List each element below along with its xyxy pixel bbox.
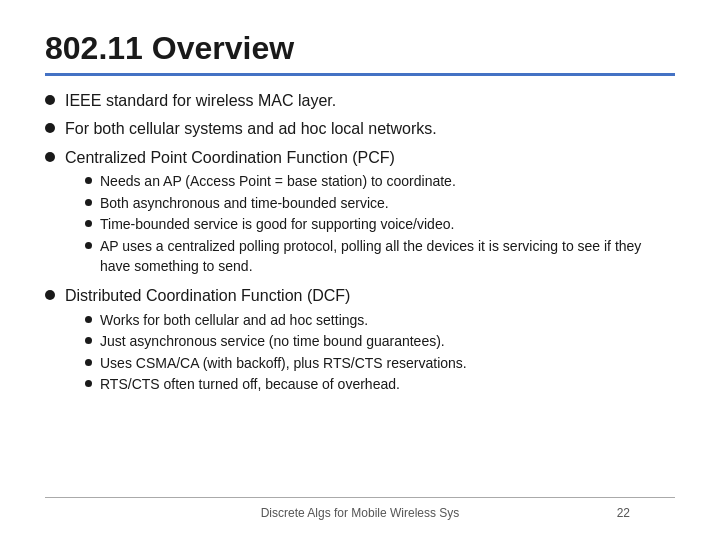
- sub-bullet-marker-icon: [85, 220, 92, 227]
- sub-bullet-3-3: Time-bounded service is good for support…: [100, 215, 454, 235]
- sub-bullet-4-2: Just asynchronous service (no time bound…: [100, 332, 445, 352]
- slide-content: IEEE standard for wireless MAC layer. Fo…: [45, 90, 675, 489]
- sub-bullet-marker-icon: [85, 359, 92, 366]
- bullet-marker-icon: [45, 95, 55, 105]
- bullet-text-1: IEEE standard for wireless MAC layer.: [65, 90, 336, 112]
- title-divider: [45, 73, 675, 76]
- list-item: Both asynchronous and time-bounded servi…: [85, 194, 675, 214]
- sub-bullet-list-3: Needs an AP (Access Point = base station…: [85, 172, 675, 276]
- list-item: Uses CSMA/CA (with backoff), plus RTS/CT…: [85, 354, 467, 374]
- bullet-text-3: Centralized Point Coordination Function …: [65, 147, 675, 169]
- list-item: Time-bounded service is good for support…: [85, 215, 675, 235]
- sub-bullet-marker-icon: [85, 316, 92, 323]
- sub-bullet-4-1: Works for both cellular and ad hoc setti…: [100, 311, 368, 331]
- list-item: For both cellular systems and ad hoc loc…: [45, 118, 675, 140]
- bullet-marker-icon: [45, 290, 55, 300]
- sub-bullet-list-4: Works for both cellular and ad hoc setti…: [85, 311, 467, 395]
- sub-bullet-3-1: Needs an AP (Access Point = base station…: [100, 172, 456, 192]
- bullet-marker-icon: [45, 123, 55, 133]
- list-item: Distributed Coordination Function (DCF) …: [45, 285, 675, 398]
- list-item: AP uses a centralized polling protocol, …: [85, 237, 675, 276]
- footer-page-number: 22: [617, 506, 630, 520]
- list-item: RTS/CTS often turned off, because of ove…: [85, 375, 467, 395]
- list-item: IEEE standard for wireless MAC layer.: [45, 90, 675, 112]
- sub-bullet-marker-icon: [85, 242, 92, 249]
- list-item: Just asynchronous service (no time bound…: [85, 332, 467, 352]
- slide-footer: Discrete Algs for Mobile Wireless Sys 22: [45, 497, 675, 520]
- sub-bullet-marker-icon: [85, 337, 92, 344]
- sub-bullet-3-4: AP uses a centralized polling protocol, …: [100, 237, 675, 276]
- sub-bullet-marker-icon: [85, 199, 92, 206]
- list-item: Needs an AP (Access Point = base station…: [85, 172, 675, 192]
- sub-bullet-marker-icon: [85, 177, 92, 184]
- sub-bullet-4-3: Uses CSMA/CA (with backoff), plus RTS/CT…: [100, 354, 467, 374]
- list-item: Centralized Point Coordination Function …: [45, 147, 675, 279]
- slide-title: 802.11 Overview: [45, 30, 675, 67]
- slide: 802.11 Overview IEEE standard for wirele…: [0, 0, 720, 540]
- sub-bullet-4-4: RTS/CTS often turned off, because of ove…: [100, 375, 400, 395]
- sub-bullet-marker-icon: [85, 380, 92, 387]
- bullet-text-2: For both cellular systems and ad hoc loc…: [65, 118, 437, 140]
- bullet-text-4: Distributed Coordination Function (DCF): [65, 285, 467, 307]
- footer-course: Discrete Algs for Mobile Wireless Sys: [45, 506, 675, 520]
- sub-bullet-3-2: Both asynchronous and time-bounded servi…: [100, 194, 389, 214]
- list-item: Works for both cellular and ad hoc setti…: [85, 311, 467, 331]
- bullet-marker-icon: [45, 152, 55, 162]
